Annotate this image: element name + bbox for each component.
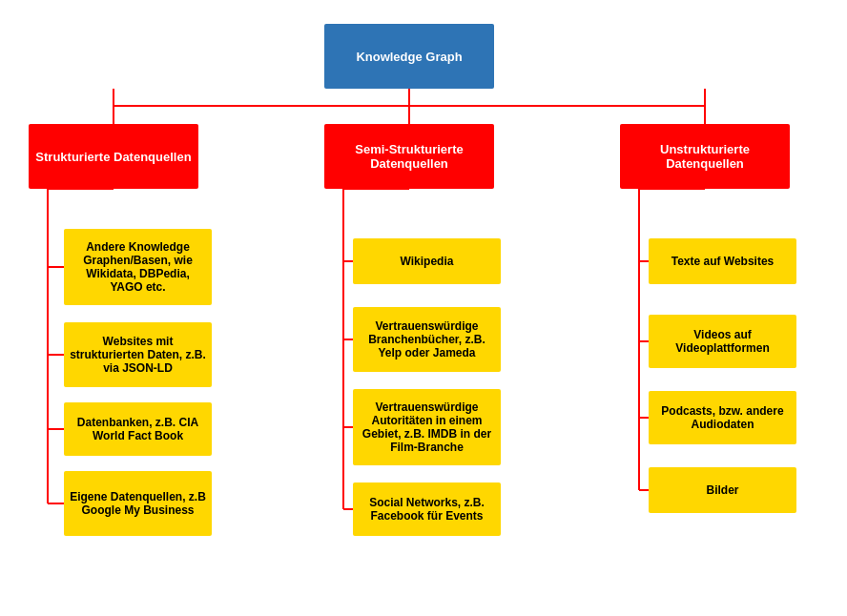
col3-item2-node: Videos auf Videoplattformen: [649, 315, 796, 368]
col1-header-node: Strukturierte Datenquellen: [29, 124, 198, 189]
col3-item1-node: Texte auf Websites: [649, 238, 796, 284]
col2-item3-node: Vertrauenswürdige Autoritäten in einem G…: [353, 389, 501, 465]
col1-item3-node: Datenbanken, z.B. CIA World Fact Book: [64, 402, 212, 456]
root-node: Knowledge Graph: [324, 24, 494, 89]
col1-item4-node: Eigene Datenquellen, z.B Google My Busin…: [64, 471, 212, 536]
col3-item4-node: Bilder: [649, 467, 796, 513]
col2-item2-node: Vertrauenswürdige Branchenbücher, z.B. Y…: [353, 307, 501, 372]
col3-header-node: Unstrukturierte Datenquellen: [620, 124, 790, 189]
col2-header-node: Semi-Strukturierte Datenquellen: [324, 124, 494, 189]
col2-item1-node: Wikipedia: [353, 238, 501, 284]
knowledge-graph-diagram: Knowledge Graph Strukturierte Datenquell…: [0, 0, 847, 616]
col2-item4-node: Social Networks, z.B. Facebook für Event…: [353, 483, 501, 536]
col1-item1-node: Andere Knowledge Graphen/Basen, wie Wiki…: [64, 229, 212, 305]
col1-item2-node: Websites mit strukturierten Daten, z.B. …: [64, 322, 212, 387]
col3-item3-node: Podcasts, bzw. andere Audiodaten: [649, 391, 796, 444]
